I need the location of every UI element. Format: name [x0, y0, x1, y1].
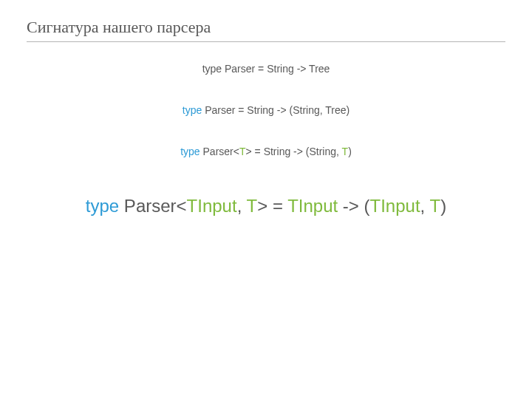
page-title: Сигнатура нашего парсера [27, 18, 505, 37]
type-param: T [239, 146, 246, 157]
signature-line-1: type Parser = String -> Tree [27, 63, 505, 75]
type-param: T [342, 146, 349, 157]
code-text: -> ( [338, 196, 369, 216]
code-text: > = String -> (String, [246, 146, 342, 157]
code-text: , [237, 196, 247, 216]
code-text: , [420, 196, 430, 216]
signature-line-4: type Parser<TInput, T> = TInput -> (TInp… [27, 196, 505, 216]
type-param: T [247, 196, 258, 216]
code-text: ) [440, 196, 446, 216]
type-param: TInput [187, 196, 237, 216]
type-param: T [429, 196, 440, 216]
keyword-type: type [183, 104, 202, 116]
keyword-type: type [86, 196, 119, 216]
code-text: Parser< [119, 196, 186, 216]
signature-line-3: type Parser<T> = String -> (String, T) [27, 146, 505, 157]
slide: Сигнатура нашего парсера type Parser = S… [0, 0, 532, 399]
title-divider [27, 41, 505, 42]
signature-line-2: type Parser = String -> (String, Tree) [27, 104, 505, 116]
code-lines: type Parser = String -> Tree type Parser… [27, 63, 505, 216]
type-param: TInput [370, 196, 420, 216]
code-text: > = [257, 196, 287, 216]
code-text: ) [348, 146, 352, 157]
keyword-type: type [180, 146, 200, 157]
type-param: TInput [287, 196, 338, 216]
code-text: type Parser = String -> Tree [202, 63, 330, 75]
code-text: Parser< [200, 146, 239, 157]
code-text: Parser = String -> (String, Tree) [202, 104, 349, 116]
